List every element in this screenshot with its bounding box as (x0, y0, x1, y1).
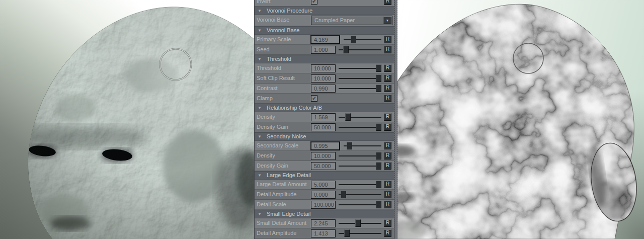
value-field[interactable]: 100.000 (311, 201, 336, 209)
slider-track[interactable] (339, 113, 381, 121)
slider-track[interactable] (339, 64, 381, 72)
checkbox[interactable]: ✔ (311, 0, 317, 5)
section-header[interactable]: ▼Large Edge Detail (255, 171, 394, 180)
reset-button[interactable]: R (384, 142, 391, 149)
slider-track[interactable] (339, 85, 381, 92)
slider-handle[interactable] (376, 162, 381, 170)
value-field[interactable]: 1.569 (311, 113, 336, 121)
reset-button[interactable]: R (384, 36, 391, 43)
viewport-texture-preview[interactable] (397, 0, 644, 239)
panel-scrollbar[interactable] (394, 0, 397, 239)
section-header-label: Small Edge Detail (267, 211, 310, 217)
slider-track[interactable] (339, 181, 381, 188)
section-collapse-icon[interactable]: ▼ (258, 212, 262, 216)
reset-button[interactable]: R (384, 219, 391, 227)
reset-button[interactable]: R (384, 181, 391, 188)
slider-track[interactable] (339, 46, 381, 53)
slider-track[interactable] (339, 74, 381, 82)
value-field[interactable]: 50.000 (311, 123, 336, 131)
param-row: Clamp✔R (255, 94, 394, 104)
reset-button[interactable]: R (384, 64, 391, 72)
application-window: Invert✔R▼Voronoi ProcedureVoronoi BaseCr… (0, 0, 644, 239)
value-field[interactable]: 10.000 (311, 74, 336, 83)
param-row: Density Gain50.000R (255, 122, 394, 132)
slider-handle[interactable] (351, 36, 356, 43)
reset-button[interactable]: R (384, 113, 391, 121)
value-field[interactable]: 5.000 (311, 181, 336, 189)
slider-track[interactable] (344, 142, 381, 149)
reset-button[interactable]: R (384, 46, 391, 53)
param-label: Small Detail Amount (257, 220, 306, 226)
param-label: Density (257, 152, 275, 158)
value-field[interactable]: 1.000 (311, 46, 336, 54)
value-field[interactable]: 0.990 (311, 85, 336, 93)
slider-handle[interactable] (376, 201, 381, 208)
slider-track[interactable] (339, 162, 381, 170)
slider-handle[interactable] (341, 191, 346, 198)
reset-button[interactable]: R (384, 0, 391, 5)
slider-handle[interactable] (376, 74, 381, 82)
reset-button[interactable]: R (384, 152, 391, 160)
section-header[interactable]: ▼Voronoi Procedure (255, 7, 394, 15)
section-header[interactable]: ▼Seondary Noise (255, 132, 394, 141)
section-collapse-icon[interactable]: ▼ (258, 57, 262, 61)
viewport-shaded-preview[interactable] (0, 0, 254, 239)
reset-button[interactable]: R (384, 85, 391, 92)
reset-button[interactable]: R (384, 123, 391, 131)
dropdown[interactable]: Crumpled Paper▼ (311, 16, 392, 25)
param-row: Density1.569R (255, 112, 394, 122)
section-collapse-icon[interactable]: ▼ (258, 106, 262, 110)
slider-track[interactable] (339, 123, 381, 131)
slider-handle[interactable] (347, 142, 352, 149)
section-header[interactable]: ▼Voronoi Base (255, 26, 394, 35)
value-field[interactable]: 1.413 (311, 229, 336, 237)
slider-track[interactable] (344, 36, 381, 43)
reset-button[interactable]: R (384, 201, 391, 208)
value-field[interactable]: 10.000 (311, 152, 336, 160)
slider-handle[interactable] (376, 123, 381, 131)
slider-handle[interactable] (345, 113, 351, 121)
reset-button[interactable]: R (384, 229, 391, 237)
checkmark-icon: ✔ (312, 0, 316, 4)
section-collapse-icon[interactable]: ▼ (258, 28, 262, 33)
section-collapse-icon[interactable]: ▼ (258, 9, 262, 13)
slider-handle[interactable] (376, 85, 381, 92)
slider-handle[interactable] (344, 229, 350, 237)
slider-track[interactable] (339, 152, 381, 160)
section-header[interactable]: ▼Threshold (255, 55, 394, 63)
section-header-label: Voronoi Procedure (267, 8, 312, 14)
dropdown-arrow-icon[interactable]: ▼ (383, 17, 391, 24)
param-row: Contrast0.990R (255, 84, 394, 94)
param-row: Detail Amplitude1.413R (255, 228, 394, 238)
param-label: Contrast (257, 85, 278, 91)
section-header[interactable]: ▼Relationship Color A/B (255, 104, 394, 112)
slider-handle[interactable] (376, 64, 381, 72)
value-field[interactable]: 4.169 (311, 36, 340, 44)
section-collapse-icon[interactable]: ▼ (258, 134, 262, 139)
value-field[interactable]: 50.000 (311, 162, 336, 170)
slider-track[interactable] (339, 201, 381, 208)
checkbox[interactable]: ✔ (311, 95, 317, 102)
slider-track[interactable] (339, 191, 381, 198)
value-field[interactable]: 0.995 (311, 142, 340, 150)
slider-track[interactable] (339, 229, 381, 237)
param-label: Primary Scale (257, 36, 291, 42)
slider-handle[interactable] (355, 219, 361, 227)
param-row: Primary Scale4.169R (255, 35, 394, 45)
reset-button[interactable]: R (384, 74, 391, 82)
reset-button[interactable]: R (384, 95, 391, 102)
value-field[interactable]: 2.245 (311, 219, 336, 227)
reset-button[interactable]: R (384, 191, 391, 198)
param-label: Detail Amplitude (257, 191, 297, 197)
section-collapse-icon[interactable]: ▼ (258, 173, 262, 178)
slider-handle[interactable] (376, 181, 381, 188)
param-row: Threshold10.000R (255, 63, 394, 73)
param-label: Threshold (257, 65, 281, 71)
slider-track[interactable] (339, 219, 381, 227)
slider-handle[interactable] (376, 152, 381, 160)
section-header[interactable]: ▼Small Edge Detail (255, 210, 394, 218)
value-field[interactable]: 10.000 (311, 64, 336, 72)
value-field[interactable]: 0.000 (311, 191, 336, 199)
slider-handle[interactable] (343, 46, 349, 53)
reset-button[interactable]: R (384, 162, 391, 170)
